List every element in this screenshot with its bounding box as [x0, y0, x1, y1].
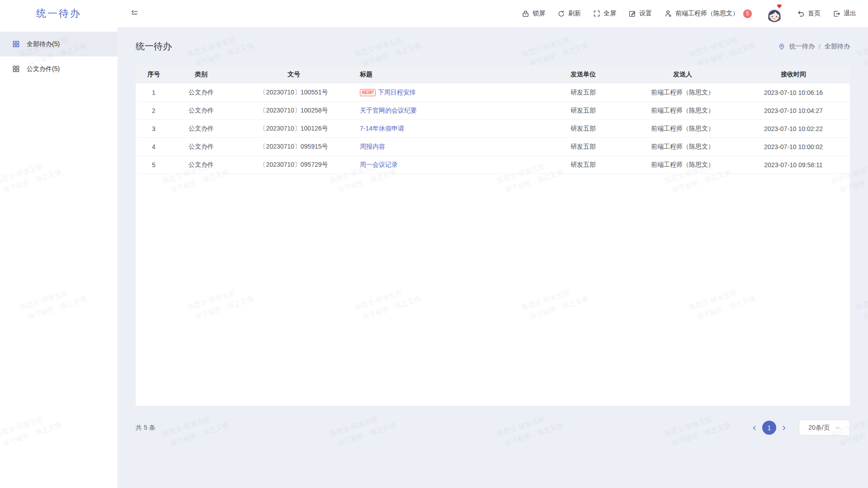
table-row: 1 公文办件 〔20230710〕100551号 NEW!下周日程安排 研发五部… [136, 84, 850, 102]
page-header: 统一待办 统一待办 / 全部待办 [136, 27, 850, 66]
chevron-down-icon [835, 425, 840, 431]
logout-icon [833, 10, 840, 18]
cell-time: 2023-07-10 10:06:16 [737, 89, 850, 96]
grid-icon [12, 40, 20, 48]
table-row: 3 公文办件 〔20230710〕100126号 7-14年休假申请 研发五部 … [136, 120, 850, 138]
cell-category: 公文办件 [172, 143, 231, 151]
cell-sender: 前端工程师（陈思文） [628, 89, 737, 97]
cell-title: 周一会议记录 [357, 161, 538, 169]
app-header: 统一待办 锁屏 [0, 0, 868, 27]
sidebar-item-official-docs[interactable]: 公文办件(5) [0, 56, 118, 81]
cell-title: 7-14年休假申请 [357, 125, 538, 133]
col-header-unit: 发送单位 [538, 70, 628, 79]
page-size-select[interactable]: 20条/页 [799, 420, 850, 436]
grid-icon [12, 65, 20, 73]
table-row: 4 公文办件 〔20230710〕095915号 周报内容 研发五部 前端工程师… [136, 138, 850, 156]
current-user[interactable]: 前端工程师（陈思文） 5 [664, 9, 752, 18]
sidebar-item-all-todos[interactable]: 全部待办(5) [0, 32, 118, 56]
prev-page-button[interactable] [747, 425, 762, 431]
next-page-button[interactable] [776, 425, 792, 431]
refresh-label: 刷新 [568, 9, 581, 18]
home-label: 首页 [808, 9, 821, 18]
logout-label: 退出 [844, 9, 856, 18]
table-row: 2 公文办件 〔20230710〕100258号 关于官网的会议纪要 研发五部 … [136, 102, 850, 120]
logout-button[interactable]: 退出 [833, 9, 856, 18]
sidebar-item-label: 公文办件(5) [27, 65, 60, 73]
cell-time: 2023-07-10 10:02:22 [737, 125, 850, 132]
page-size-value: 20条/页 [808, 424, 830, 432]
cell-doc-no: 〔20230710〕100551号 [231, 89, 357, 97]
cell-category: 公文办件 [172, 161, 231, 169]
new-badge: NEW! [360, 89, 376, 96]
table-header-row: 序号 类别 文号 标题 发送单位 发送人 接收时间 [136, 66, 850, 84]
breadcrumb-current: 全部待办 [825, 42, 850, 51]
app-logo[interactable]: 统一待办 [0, 7, 118, 20]
col-header-seq: 序号 [136, 70, 172, 79]
doc-title-link[interactable]: 周一会议记录 [360, 161, 398, 168]
sidebar: 全部待办(5) 公文办件(5) [0, 27, 118, 488]
cell-doc-no: 〔20230710〕100258号 [231, 107, 357, 115]
refresh-button[interactable]: 刷新 [557, 9, 581, 18]
list-footer: 共 5 条 1 20条/页 [136, 420, 850, 436]
header-actions: 锁屏 刷新 全屏 [522, 3, 868, 24]
settings-edit-icon [628, 10, 636, 18]
user-avatar[interactable] [764, 3, 785, 24]
refresh-icon [557, 10, 565, 18]
col-header-category: 类别 [172, 70, 231, 79]
home-button[interactable]: 首页 [797, 9, 821, 18]
total-count: 共 5 条 [136, 424, 156, 432]
lock-screen-button[interactable]: 锁屏 [522, 9, 545, 18]
cell-seq: 5 [136, 161, 172, 169]
main-content: 统一待办 统一待办 / 全部待办 序号 类别 文号 标题 发送单位 发送人 接收… [118, 27, 868, 488]
cell-unit: 研发五部 [538, 125, 628, 133]
cell-title: NEW!下周日程安排 [357, 89, 538, 97]
cell-title: 关于官网的会议纪要 [357, 107, 538, 115]
sidebar-collapse-button[interactable] [130, 9, 139, 19]
cell-category: 公文办件 [172, 125, 231, 133]
user-name-label: 前端工程师（陈思文） [675, 9, 739, 18]
page-title: 统一待办 [136, 40, 172, 52]
cell-doc-no: 〔20230710〕100126号 [231, 125, 357, 133]
fullscreen-icon [593, 10, 600, 17]
page-number-active[interactable]: 1 [762, 421, 776, 435]
cell-doc-no: 〔20230710〕095915号 [231, 143, 357, 151]
fullscreen-button[interactable]: 全屏 [593, 9, 616, 18]
cell-time: 2023-07-10 09:58:11 [737, 161, 850, 169]
cell-unit: 研发五部 [538, 107, 628, 115]
avatar-heart [777, 4, 781, 8]
col-header-title: 标题 [357, 70, 538, 79]
cell-sender: 前端工程师（陈思文） [628, 143, 737, 151]
cell-sender: 前端工程师（陈思文） [628, 161, 737, 169]
table-row: 5 公文办件 〔20230710〕095729号 周一会议记录 研发五部 前端工… [136, 156, 850, 174]
cell-seq: 3 [136, 125, 172, 132]
lock-icon [522, 10, 529, 18]
location-pin-icon [778, 43, 785, 50]
cell-doc-no: 〔20230710〕095729号 [231, 161, 357, 169]
todo-table-card: 序号 类别 文号 标题 发送单位 发送人 接收时间 1 公文办件 〔202307… [136, 66, 850, 406]
cell-seq: 2 [136, 107, 172, 114]
fullscreen-label: 全屏 [604, 9, 616, 18]
cell-title: 周报内容 [357, 143, 538, 151]
doc-title-link[interactable]: 关于官网的会议纪要 [360, 107, 417, 114]
cell-category: 公文办件 [172, 89, 231, 97]
lock-screen-label: 锁屏 [533, 9, 545, 18]
cell-time: 2023-07-10 10:00:02 [737, 143, 850, 150]
breadcrumb-root[interactable]: 统一待办 [789, 42, 815, 51]
cell-unit: 研发五部 [538, 89, 628, 97]
doc-title-link[interactable]: 周报内容 [360, 143, 385, 150]
doc-title-link[interactable]: 下周日程安排 [378, 89, 416, 96]
settings-label: 设置 [639, 9, 652, 18]
cell-seq: 1 [136, 89, 172, 96]
cell-time: 2023-07-10 10:04:27 [737, 107, 850, 114]
sidebar-item-label: 全部待办(5) [27, 40, 60, 48]
menu-fold-icon [130, 9, 139, 19]
cell-unit: 研发五部 [538, 143, 628, 151]
settings-button[interactable]: 设置 [628, 9, 652, 18]
breadcrumb: 统一待办 / 全部待办 [778, 42, 850, 51]
cell-category: 公文办件 [172, 107, 231, 115]
breadcrumb-separator: / [819, 43, 821, 50]
cell-unit: 研发五部 [538, 161, 628, 169]
doc-title-link[interactable]: 7-14年休假申请 [360, 125, 404, 132]
user-icon [664, 9, 672, 18]
cell-seq: 4 [136, 143, 172, 150]
